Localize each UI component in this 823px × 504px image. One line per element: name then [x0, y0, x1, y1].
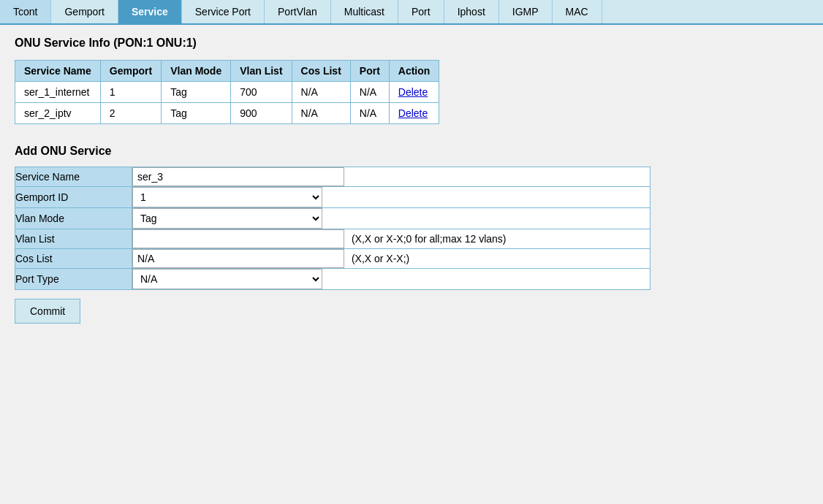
- port-type-select[interactable]: N/AETHVEIP: [132, 269, 322, 289]
- tab-iphost[interactable]: Iphost: [444, 0, 499, 23]
- form-row-vlan-list: Vlan List (X,X or X-X;0 for all;max 12 v…: [15, 229, 651, 249]
- add-section-title: Add ONU Service: [15, 145, 808, 158]
- port-type-label: Port Type: [15, 269, 132, 290]
- tab-bar: Tcont Gemport Service Service Port PortV…: [0, 0, 823, 25]
- cos-list-input[interactable]: [132, 249, 344, 268]
- port-type-input-cell: N/AETHVEIP: [132, 269, 651, 290]
- tab-service-port[interactable]: Service Port: [182, 0, 265, 23]
- form-row-port-type: Port Type N/AETHVEIP: [15, 269, 651, 290]
- cell-gemport: 2: [100, 103, 161, 124]
- vlan-mode-input-cell: TagTransparentTranslation: [132, 208, 651, 229]
- service-name-input-cell: [132, 167, 651, 187]
- col-header-service-name: Service Name: [15, 61, 101, 82]
- cos-list-label: Cos List: [15, 249, 132, 269]
- form-row-service-name: Service Name: [15, 167, 651, 187]
- info-section-title: ONU Service Info (PON:1 ONU:1): [15, 37, 808, 50]
- cell-vlan-list: 700: [231, 82, 292, 103]
- commit-button[interactable]: Commit: [15, 299, 80, 324]
- col-header-vlan-mode: Vlan Mode: [162, 61, 231, 82]
- table-row: ser_2_iptv2Tag900N/AN/ADelete: [15, 103, 439, 124]
- service-name-input[interactable]: [132, 167, 344, 186]
- col-header-vlan-list: Vlan List: [231, 61, 292, 82]
- vlan-mode-select[interactable]: TagTransparentTranslation: [132, 208, 322, 229]
- table-row: ser_1_internet1Tag700N/AN/ADelete: [15, 82, 439, 103]
- tab-mac[interactable]: MAC: [553, 0, 602, 23]
- cos-list-input-cell: (X,X or X-X;): [132, 249, 651, 269]
- col-header-action: Action: [389, 61, 439, 82]
- gemport-id-input-cell: 1234: [132, 187, 651, 208]
- cos-list-hint: (X,X or X-X;): [352, 253, 409, 264]
- tab-service[interactable]: Service: [118, 0, 182, 23]
- cell-action: Delete: [389, 82, 439, 103]
- form-row-gemport-id: Gemport ID 1234: [15, 187, 651, 208]
- cell-vlan-list: 900: [231, 103, 292, 124]
- delete-link[interactable]: Delete: [398, 107, 428, 119]
- tab-tcont[interactable]: Tcont: [0, 0, 51, 23]
- service-name-label: Service Name: [15, 167, 132, 187]
- cell-port: N/A: [350, 82, 389, 103]
- cell-service-name: ser_1_internet: [15, 82, 101, 103]
- vlan-list-input-cell: (X,X or X-X;0 for all;max 12 vlans): [132, 229, 651, 249]
- cell-service-name: ser_2_iptv: [15, 103, 101, 124]
- tab-igmp[interactable]: IGMP: [499, 0, 553, 23]
- cell-vlan-mode: Tag: [162, 82, 231, 103]
- vlan-mode-label: Vlan Mode: [15, 208, 132, 229]
- col-header-cos-list: Cos List: [292, 61, 350, 82]
- gemport-id-label: Gemport ID: [15, 187, 132, 208]
- col-header-gemport: Gemport: [100, 61, 161, 82]
- cell-port: N/A: [350, 103, 389, 124]
- delete-link[interactable]: Delete: [398, 86, 428, 98]
- info-table: Service Name Gemport Vlan Mode Vlan List…: [15, 60, 439, 124]
- col-header-port: Port: [350, 61, 389, 82]
- main-content: ONU Service Info (PON:1 ONU:1) Service N…: [0, 25, 823, 335]
- tab-multicast[interactable]: Multicast: [331, 0, 398, 23]
- tab-portvlan[interactable]: PortVlan: [265, 0, 331, 23]
- cell-vlan-mode: Tag: [162, 103, 231, 124]
- gemport-id-select[interactable]: 1234: [132, 187, 322, 207]
- cell-cos-list: N/A: [292, 82, 350, 103]
- tab-port[interactable]: Port: [398, 0, 444, 23]
- cell-action: Delete: [389, 103, 439, 124]
- vlan-list-hint: (X,X or X-X;0 for all;max 12 vlans): [352, 233, 507, 245]
- cell-gemport: 1: [100, 82, 161, 103]
- vlan-list-label: Vlan List: [15, 229, 132, 249]
- tab-gemport[interactable]: Gemport: [51, 0, 118, 23]
- form-row-vlan-mode: Vlan Mode TagTransparentTranslation: [15, 208, 651, 229]
- cell-cos-list: N/A: [292, 103, 350, 124]
- add-form-table: Service Name Gemport ID 1234 Vlan Mode T…: [15, 167, 651, 290]
- vlan-list-input[interactable]: [132, 229, 344, 248]
- form-row-cos-list: Cos List (X,X or X-X;): [15, 249, 651, 269]
